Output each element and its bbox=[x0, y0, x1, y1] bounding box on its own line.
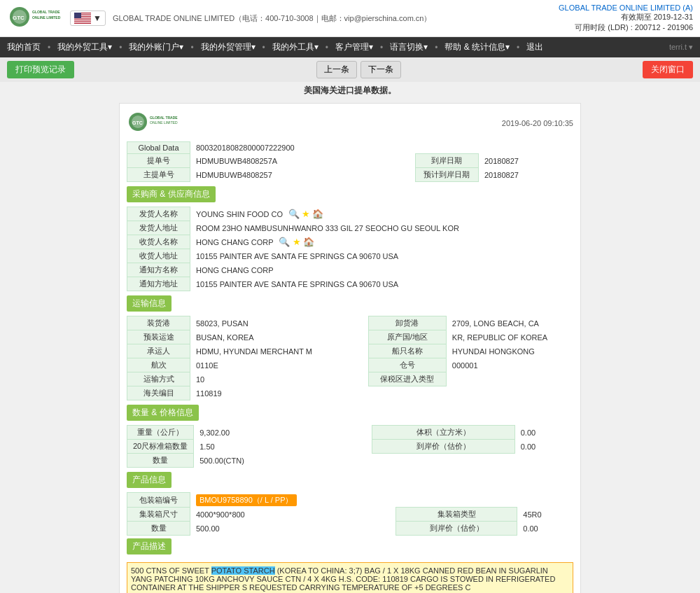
svg-text:ONLINE LIMITED: ONLINE LIMITED bbox=[150, 120, 178, 125]
header-contact: GLOBAL TRADE ONLINE LIMITED（电话：400-710-3… bbox=[113, 13, 432, 24]
buyer-supplier-table: 发货人名称 YOUNG SHIN FOOD CO 🔍 ★ 🏠 发货人地址 bbox=[127, 207, 573, 291]
teu-label: 20尺标准箱数量 bbox=[127, 440, 194, 454]
nav-logout[interactable]: 退出 bbox=[519, 37, 550, 57]
account-valid: 有效期至 2019-12-31 bbox=[559, 12, 693, 22]
warehouse-value: 000001 bbox=[446, 358, 573, 372]
weight-value: 9,302.00 bbox=[194, 426, 372, 440]
shipper-address-value: ROOM 23HO NAMBUSUNHWANRO 333 GIL 27 SEOC… bbox=[190, 221, 573, 235]
record-logo: GTC GLOBAL TRADE ONLINE LIMITED bbox=[127, 111, 190, 136]
prev-button[interactable]: 上一条 bbox=[316, 61, 357, 78]
consignee-name-label: 收货人名称 bbox=[127, 235, 190, 249]
shipper-address-label: 发货人地址 bbox=[127, 221, 190, 235]
nav-help[interactable]: 帮助 & 统计信息▾ bbox=[438, 37, 517, 57]
nav-foreign-tools[interactable]: 我的外工具▾ bbox=[265, 37, 326, 57]
vessel-name-value: HYUNDAI HONGKONG bbox=[446, 344, 573, 358]
next-button[interactable]: 下一条 bbox=[360, 61, 401, 78]
language-selector[interactable]: ▼ bbox=[70, 11, 106, 26]
teu-value: 1.50 bbox=[194, 440, 372, 454]
unit-price-value: 0.00 bbox=[514, 440, 573, 454]
product-unit-price-value: 0.00 bbox=[517, 522, 573, 536]
volume-label: 体积（立方米） bbox=[372, 426, 515, 440]
consignee-address-label: 收货人地址 bbox=[127, 249, 190, 263]
svg-text:ONLINE LIMITED: ONLINE LIMITED bbox=[32, 15, 61, 20]
pre-carrier-value: BUSAN, KOREA bbox=[190, 330, 369, 344]
account-name: GLOBAL TRADE ONLINE LIMITED (A) bbox=[559, 4, 693, 12]
product-quantity-label: 数量 bbox=[127, 522, 190, 536]
close-button[interactable]: 关闭窗口 bbox=[643, 61, 693, 78]
notify-address-value: 10155 PAINTER AVE SANTA FE SPRINGS CA 90… bbox=[190, 277, 573, 291]
consignee-star-icon[interactable]: ★ bbox=[293, 237, 301, 247]
page-title: 美国海关进口提单数据。 bbox=[0, 82, 700, 99]
nav-account-portal[interactable]: 我的外账门户▾ bbox=[122, 37, 190, 57]
quantity-label: 数量 bbox=[127, 454, 194, 468]
estimated-arrival-label: 预计到岸日期 bbox=[415, 168, 478, 182]
master-bill-label: 主提单号 bbox=[127, 168, 190, 182]
customs-code-label: 海关编目 bbox=[127, 386, 190, 400]
svg-text:GLOBAL TRADE: GLOBAL TRADE bbox=[150, 116, 178, 120]
carrier-label: 承运人 bbox=[127, 344, 190, 358]
nav-foreign-trade-tools[interactable]: 我的外贸工具▾ bbox=[50, 37, 119, 57]
arrival-date-value: 20180827 bbox=[478, 154, 573, 168]
print-button[interactable]: 打印预览记录 bbox=[7, 61, 74, 78]
consignee-search-icon[interactable]: 🔍 bbox=[279, 237, 290, 247]
svg-text:GTC: GTC bbox=[13, 15, 24, 21]
loading-port-label: 装货港 bbox=[127, 316, 190, 330]
svg-rect-11 bbox=[74, 20, 91, 21]
dropdown-icon: ▼ bbox=[93, 13, 102, 23]
estimated-arrival-value: 20180827 bbox=[478, 168, 573, 182]
header-left: GTC GLOBAL TRADE ONLINE LIMITED ▼ bbox=[7, 4, 431, 32]
transport-mode-label: 运输方式 bbox=[127, 372, 190, 386]
shipper-search-icon[interactable]: 🔍 bbox=[288, 209, 300, 219]
global-data-section: Global Data 80032018082800007222900 提单号 … bbox=[127, 141, 573, 182]
shipper-star-icon[interactable]: ★ bbox=[302, 209, 310, 219]
product-desc-value: 500 CTNS OF SWEET POTATO STARCH (KOREA T… bbox=[127, 562, 573, 593]
nav-client-mgmt[interactable]: 客户管理▾ bbox=[328, 37, 380, 57]
product-desc-container: 产品描述 500 CTNS OF SWEET POTATO STARCH (KO… bbox=[127, 538, 573, 593]
quantity-price-title: 数量 & 价格信息 bbox=[127, 405, 199, 421]
shipper-home-icon[interactable]: 🏠 bbox=[312, 209, 323, 219]
product-quantity-value: 500.00 bbox=[190, 522, 396, 536]
container-type-value: 45R0 bbox=[517, 508, 573, 522]
shipper-name-label: 发货人名称 bbox=[127, 207, 190, 221]
carrier-value: HDMU, HYUNDAI MERCHANT M bbox=[190, 344, 369, 358]
buyer-supplier-section: 采购商 & 供应商信息 发货人名称 YOUNG SHIN FOOD CO 🔍 ★… bbox=[127, 186, 573, 291]
account-ldr: 可用时段 (LDR) : 200712 - 201906 bbox=[559, 22, 693, 33]
record-header: GTC GLOBAL TRADE ONLINE LIMITED 2019-06-… bbox=[127, 111, 573, 136]
unloading-port-label: 卸货港 bbox=[368, 316, 446, 330]
bill-number-label: 提单号 bbox=[127, 154, 190, 168]
svg-text:GTC: GTC bbox=[132, 120, 143, 125]
svg-rect-12 bbox=[74, 22, 91, 23]
main-content: GTC GLOBAL TRADE ONLINE LIMITED 2019-06-… bbox=[0, 99, 700, 593]
vessel-name-label: 船只名称 bbox=[368, 344, 446, 358]
consignee-home-icon[interactable]: 🏠 bbox=[303, 237, 314, 247]
svg-rect-10 bbox=[74, 19, 91, 20]
consignee-address-value: 10155 PAINTER AVE SANTA FE SPRINGS CA 90… bbox=[190, 249, 573, 263]
global-data-label: Global Data bbox=[127, 142, 190, 154]
arrival-date-label: 到岸日期 bbox=[415, 154, 478, 168]
origin-country-label: 原产国/地区 bbox=[368, 330, 446, 344]
warehouse-label: 仓号 bbox=[368, 358, 446, 372]
nav-language[interactable]: 语言切换▾ bbox=[383, 37, 435, 57]
header: GTC GLOBAL TRADE ONLINE LIMITED ▼ bbox=[0, 0, 700, 37]
transport-mode-value: 10 bbox=[190, 372, 369, 386]
navigation: 我的首页 • 我的外贸工具▾ • 我的外账门户▾ • 我的外贸管理▾ • 我的外… bbox=[0, 37, 700, 57]
highlight-potato-starch: POTATO STARCH bbox=[211, 566, 275, 575]
quantity-price-section: 数量 & 价格信息 重量（公斤） 9,302.00 体积（立方米） 0.00 2… bbox=[127, 405, 573, 468]
container-number-label: 包装箱编号 bbox=[127, 493, 190, 508]
container-size-label: 集装箱尺寸 bbox=[127, 508, 190, 522]
customs-code-value: 110819 bbox=[190, 386, 369, 400]
nav-home[interactable]: 我的首页 bbox=[0, 37, 48, 57]
loading-port-value: 58023, PUSAN bbox=[190, 316, 369, 330]
nav-foreign-trade-mgmt[interactable]: 我的外贸管理▾ bbox=[194, 37, 262, 57]
global-data-table: Global Data 80032018082800007222900 提单号 … bbox=[127, 141, 573, 182]
origin-country-value: KR, REPUBLIC OF KOREA bbox=[446, 330, 573, 344]
shipper-name-value: YOUNG SHIN FOOD CO 🔍 ★ 🏠 bbox=[190, 207, 573, 221]
logo: GTC GLOBAL TRADE ONLINE LIMITED bbox=[7, 4, 63, 32]
quantity-value: 500.00(CTN) bbox=[194, 454, 372, 468]
product-section: 产品信息 包装箱编号 BMOU9758890（/ L / PP） 集装箱尺寸 4… bbox=[127, 472, 573, 593]
record-date: 2019-06-20 09:10:35 bbox=[502, 119, 573, 127]
product-unit-price-label: 到岸价（估价） bbox=[396, 522, 517, 536]
global-data-value: 80032018082800007222900 bbox=[190, 142, 416, 154]
weight-label: 重量（公斤） bbox=[127, 426, 194, 440]
notify-name-value: HONG CHANG CORP bbox=[190, 263, 573, 277]
